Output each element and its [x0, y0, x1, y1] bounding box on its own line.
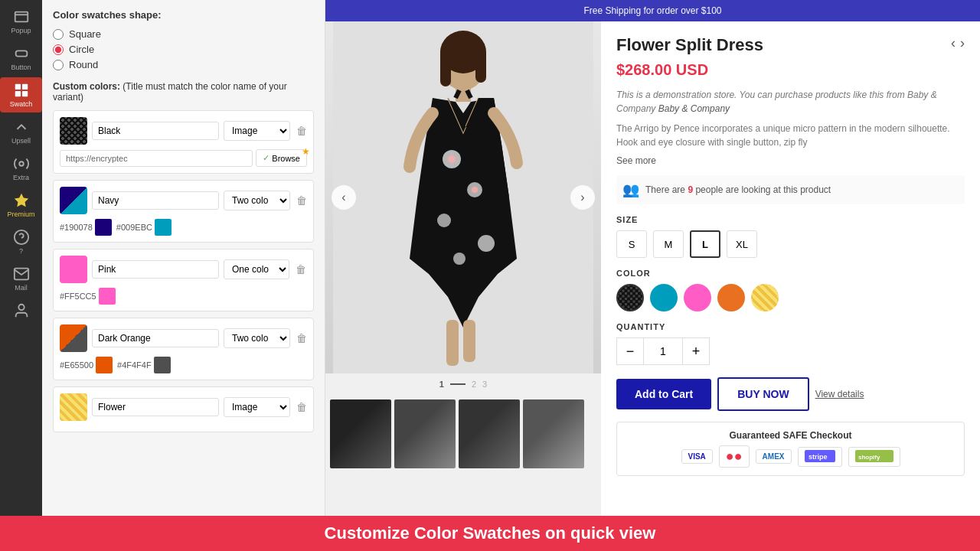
- hex-group-navy-1: #190078: [60, 219, 112, 236]
- sidebar-item-popup[interactable]: Popup: [0, 4, 42, 39]
- svg-point-21: [472, 187, 478, 193]
- carousel-dot-2[interactable]: 2: [472, 380, 476, 389]
- color-name-input-navy[interactable]: [92, 191, 219, 210]
- thumbnail-3[interactable]: [459, 399, 520, 468]
- hex-swatch-do-1[interactable]: [96, 357, 113, 373]
- sidebar-item-extra[interactable]: Extra: [0, 151, 42, 186]
- color-option-yellow[interactable]: [751, 284, 779, 311]
- bottom-banner: Customize Color Swatches on quick view: [0, 516, 980, 551]
- delete-color-navy[interactable]: 🗑: [295, 193, 309, 208]
- carousel-dot-line: [450, 383, 466, 385]
- delete-color-black[interactable]: 🗑: [295, 123, 309, 139]
- browse-button-black[interactable]: ✓ Browse ★: [256, 149, 307, 167]
- quantity-control: − 1 +: [616, 337, 965, 365]
- color-type-select-dark-orange[interactable]: Two colo One color Image: [224, 328, 290, 348]
- sidebar-item-upsell[interactable]: Upsell: [0, 114, 42, 149]
- sidebar-item-premium[interactable]: Premium: [0, 187, 42, 223]
- color-options: [616, 284, 965, 311]
- view-details-link[interactable]: View details: [815, 389, 864, 399]
- sidebar-item-button[interactable]: Button: [0, 41, 42, 76]
- size-btn-l[interactable]: L: [690, 230, 720, 258]
- color-name-input-flower[interactable]: [92, 398, 219, 416]
- size-label: SIZE: [616, 215, 965, 224]
- color-swatch-flower: [60, 393, 87, 421]
- shipping-bar: Free Shipping for order over $100: [325, 0, 980, 21]
- color-option-orange[interactable]: [717, 284, 745, 311]
- delete-color-dark-orange[interactable]: 🗑: [295, 331, 309, 346]
- svg-rect-0: [15, 12, 28, 22]
- color-entry-flower: Image One color Two color 🗑: [53, 386, 314, 432]
- dress-svg: [333, 21, 593, 373]
- hex-swatch-navy-2[interactable]: [155, 219, 172, 236]
- thumbnail-1[interactable]: [330, 399, 391, 468]
- svg-rect-6: [21, 91, 27, 96]
- two-color-row-dark-orange: #E65500 #4F4F4F: [60, 357, 307, 373]
- payment-stripe: stripe: [798, 447, 842, 467]
- quantity-label: QUANTITY: [616, 322, 965, 331]
- size-btn-xl[interactable]: XL: [727, 230, 757, 258]
- carousel-next-button[interactable]: ›: [570, 185, 595, 210]
- carousel-dot-3[interactable]: 3: [482, 380, 487, 389]
- shape-radio-round[interactable]: [53, 60, 64, 70]
- color-row-pink: One colo Two color Image 🗑: [60, 256, 307, 283]
- sidebar-item-mail[interactable]: Mail: [0, 261, 42, 296]
- hex-label-do-2: #4F4F4F: [117, 360, 152, 370]
- thumbnails: [325, 395, 601, 473]
- sidebar-item-user[interactable]: [0, 298, 42, 324]
- delete-color-flower[interactable]: 🗑: [295, 399, 309, 415]
- sidebar-item-swatch[interactable]: Swatch: [0, 77, 42, 112]
- color-type-select-flower[interactable]: Image One color Two color: [224, 397, 290, 417]
- add-to-cart-button[interactable]: Add to Cart: [616, 379, 711, 409]
- color-type-select-navy[interactable]: Two colo One color Image: [224, 191, 290, 210]
- nav-back-button[interactable]: ‹: [951, 35, 956, 51]
- url-input-black[interactable]: [60, 150, 253, 167]
- color-type-select-black[interactable]: Image One color Two color: [224, 121, 290, 141]
- nav-forward-button[interactable]: ›: [960, 35, 965, 51]
- shape-radio-square[interactable]: [53, 29, 64, 40]
- carousel-dot-1[interactable]: 1: [439, 380, 444, 389]
- color-name-input-black[interactable]: [92, 122, 219, 140]
- hex-group-pink-1: #FF5CC5: [60, 288, 116, 305]
- svg-point-22: [437, 214, 451, 227]
- sidebar-label-popup: Popup: [11, 27, 31, 34]
- shipping-text: Free Shipping for order over $100: [583, 5, 721, 16]
- brand-link[interactable]: Baby & Company: [658, 103, 730, 114]
- star-icon: ★: [302, 146, 310, 157]
- bottom-banner-text: Customize Color Swatches on quick view: [325, 523, 656, 543]
- see-more-link[interactable]: See more: [616, 155, 965, 166]
- sidebar-label-premium: Premium: [7, 210, 34, 218]
- size-btn-s[interactable]: S: [616, 230, 647, 258]
- thumbnail-2[interactable]: [394, 399, 456, 468]
- color-name-input-pink[interactable]: [92, 260, 219, 279]
- quantity-increase-button[interactable]: +: [682, 337, 710, 365]
- shape-option-square[interactable]: Square: [53, 28, 314, 40]
- two-color-row-pink: #FF5CC5: [60, 288, 307, 305]
- delete-color-pink[interactable]: 🗑: [294, 262, 308, 277]
- svg-rect-16: [475, 48, 486, 83]
- product-description: This is a demonstration store. You can p…: [616, 88, 965, 116]
- hex-swatch-pink-1[interactable]: [99, 288, 116, 305]
- quantity-decrease-button[interactable]: −: [616, 337, 644, 365]
- hex-swatch-do-2[interactable]: [154, 357, 171, 373]
- sidebar: Popup Button Swatch Upsell Extra Premium…: [0, 0, 42, 551]
- color-option-pink[interactable]: [684, 284, 711, 311]
- thumbnail-4[interactable]: [523, 399, 584, 468]
- color-name-input-dark-orange[interactable]: [92, 329, 219, 347]
- shape-option-round[interactable]: Round: [53, 59, 314, 70]
- shape-option-circle[interactable]: Circle: [53, 44, 314, 55]
- buy-now-button[interactable]: BUY NOW: [717, 377, 808, 411]
- color-option-black[interactable]: [616, 284, 644, 311]
- svg-rect-28: [463, 320, 475, 362]
- color-type-select-pink[interactable]: One colo Two color Image: [224, 259, 289, 279]
- carousel-prev-button[interactable]: ‹: [332, 185, 356, 210]
- sidebar-item-help[interactable]: ?: [0, 224, 42, 259]
- color-option-navy[interactable]: [650, 284, 678, 311]
- size-btn-m[interactable]: M: [653, 230, 684, 258]
- hex-swatch-navy-1[interactable]: [95, 219, 112, 236]
- shape-radio-circle[interactable]: [53, 44, 64, 55]
- shape-label-square: Square: [69, 28, 101, 40]
- hex-group-do-2: #4F4F4F: [117, 357, 171, 373]
- color-entry-pink: One colo Two color Image 🗑 #FF5CC5: [53, 249, 314, 311]
- svg-point-19: [448, 155, 456, 163]
- payment-visa: VISA: [681, 449, 713, 464]
